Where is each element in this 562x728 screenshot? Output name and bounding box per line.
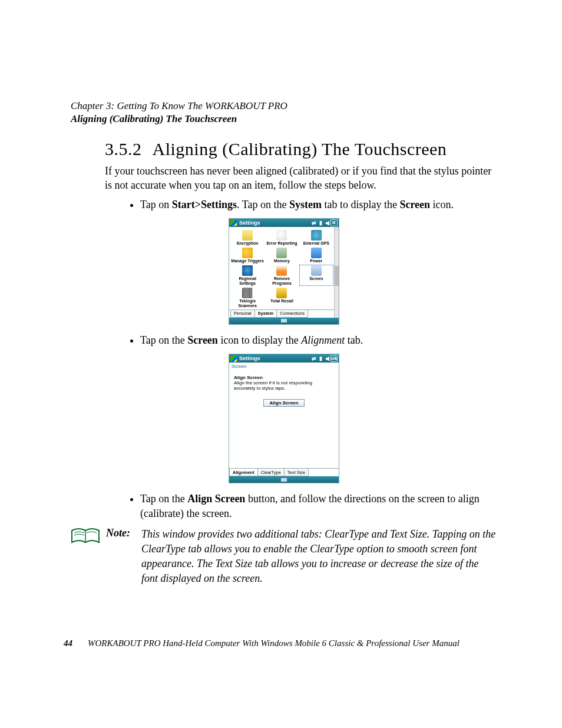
teklogix-scanners-icon [242,288,253,298]
footer-text: WORKABOUT PRO Hand-Held Computer With Wi… [88,638,459,648]
settings-icon-screen[interactable]: Screen [299,265,333,286]
tab-alignment[interactable]: Alignment [229,469,258,476]
tab-bar: PersonalSystemConnections [230,309,338,318]
connectivity-icon[interactable]: ⇄ [311,355,317,361]
icon-label: Encryption [230,241,265,245]
external-gps-icon [311,230,322,241]
start-icon[interactable] [230,219,237,226]
step-1: Tap on Start>Settings. Tap on the System… [140,197,485,212]
section-header: Aligning (Calibrating) The Touchscreen [71,113,497,125]
scroll-thumb[interactable] [335,266,339,286]
settings-icon-regional-settings[interactable]: Regional Settings [230,265,265,286]
sip-bar[interactable] [229,318,339,324]
start-icon[interactable] [230,355,237,362]
note-text: This window provides two additional tabs… [141,527,497,585]
settings-icon-manage-triggers[interactable]: Manage Triggers [230,247,265,263]
note: Note: This window provides two additiona… [71,527,497,585]
tab-text-size[interactable]: Text Size [284,469,309,476]
intro-paragraph: If your touchscreen has never been align… [105,164,492,193]
signal-icon[interactable]: ▮ [318,355,323,361]
steps-list: Tap on Start>Settings. Tap on the System… [130,197,485,212]
device-body: EncryptionError ReportingExternal GPSMan… [229,227,339,318]
tab-personal[interactable]: Personal [230,310,255,318]
icon-label: Remove Programs [265,276,299,285]
section-heading: 3.5.2Aligning (Calibrating) The Touchscr… [105,139,497,159]
window-title: Settings [239,355,260,361]
manage-triggers-icon [242,248,253,258]
connectivity-icon[interactable]: ⇄ [311,220,317,226]
titlebar: Settings ⇄ ▮ ◀ ok [229,354,339,363]
applet-title: Screen [229,363,339,370]
step-2: Tap on the Screen icon to display the Al… [140,333,485,348]
step-3: Tap on the Align Screen button, and foll… [140,492,485,521]
settings-icon-error-reporting[interactable]: Error Reporting [265,229,299,246]
settings-icon-memory[interactable]: Memory [265,247,299,263]
steps-list: Tap on the Align Screen button, and foll… [130,492,485,521]
settings-icon-power[interactable]: Power [299,247,333,263]
page-number: 44 [64,638,72,648]
device-screen-alignment: Settings ⇄ ▮ ◀ ok Screen Align Screen Al… [229,354,339,483]
settings-icon-remove-programs[interactable]: Remove Programs [265,265,299,286]
page: Chapter 3: Getting To Know The WORKABOUT… [0,0,562,728]
window-title: Settings [239,220,260,226]
encryption-icon [242,230,253,241]
memory-icon [276,248,287,258]
regional-settings-icon [242,265,253,276]
book-icon [71,527,100,546]
icon-label: Power [299,259,333,263]
scrollbar[interactable] [334,227,339,318]
pane-text: Align the screen if it is not responding… [234,380,334,391]
icon-label: Memory [265,259,299,263]
steps-list: Tap on the Screen icon to display the Al… [130,333,485,348]
heading-text: Aligning (Calibrating) The Touchscreen [153,139,447,159]
icon-label: Manage Triggers [230,259,265,263]
icon-grid: EncryptionError ReportingExternal GPSMan… [230,229,333,308]
settings-icon-encryption[interactable]: Encryption [230,229,265,246]
chapter-line: Chapter 3: Getting To Know The WORKABOUT… [71,100,497,112]
titlebar: Settings ⇄ ▮ ◀ ✕ [229,219,339,227]
tab-connections[interactable]: Connections [276,310,308,318]
volume-icon[interactable]: ◀ [324,220,330,226]
icon-label: Regional Settings [230,276,265,285]
note-label: Note: [106,527,135,539]
settings-icon-external-gps[interactable]: External GPS [299,229,333,246]
scroll-up-icon[interactable] [335,227,339,231]
ok-button[interactable]: ok [330,355,338,362]
device-body: Align Screen Align the screen if it is n… [229,370,339,476]
tab-cleartype[interactable]: ClearType [257,469,285,476]
heading-number: 3.5.2 [105,139,142,159]
remove-programs-icon [276,265,287,276]
error-reporting-icon [276,230,287,241]
icon-label: Error Reporting [265,241,299,245]
close-icon[interactable]: ✕ [330,219,338,226]
page-footer: 44 WORKABOUT PRO Hand-Held Computer With… [64,638,497,648]
align-screen-button[interactable]: Align Screen [263,399,305,407]
icon-label: Screen [299,276,333,281]
tab-bar: AlignmentClearTypeText Size [229,468,339,476]
icon-label: Total Recall [265,299,299,303]
tab-system[interactable]: System [254,310,277,318]
device-settings-system: Settings ⇄ ▮ ◀ ✕ EncryptionError Reporti… [229,218,339,325]
total-recall-icon [276,288,287,298]
settings-icon-teklogix-scanners[interactable]: Teklogix Scanners [230,287,265,308]
icon-label: Teklogix Scanners [230,299,265,308]
sip-bar[interactable] [229,476,339,483]
volume-icon[interactable]: ◀ [324,355,330,361]
power-icon [311,248,322,258]
icon-label: External GPS [299,241,333,245]
screen-icon [311,265,322,276]
settings-icon-total-recall[interactable]: Total Recall [265,287,299,308]
pane-heading: Align Screen [234,375,334,380]
signal-icon[interactable]: ▮ [318,220,323,226]
